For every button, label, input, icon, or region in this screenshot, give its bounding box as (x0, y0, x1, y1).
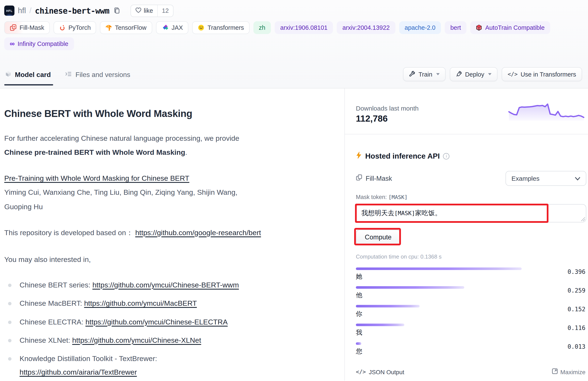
result-row: 0.152 你 (356, 304, 586, 322)
fill-mask-icon (10, 24, 17, 31)
page: HFL hfl / chinese-bert-wwm like 12 (0, 0, 588, 381)
result-token: 他 (356, 291, 362, 299)
result-score: 0.259 (567, 287, 586, 294)
content: Chinese BERT with Whole Word Masking For… (0, 88, 588, 381)
tag-transformers[interactable]: Transformers (192, 21, 249, 34)
list-item: Chinese ELECTRA: https://github.com/ymcu… (4, 315, 261, 329)
tabs-row: Model card Files and versions Train (4, 63, 588, 85)
paper-link[interactable]: Pre-Training with Whole Word Masking for… (4, 174, 189, 183)
computation-time: Computation time on cpu: 0.1368 s (356, 254, 586, 260)
result-bar-fill (356, 286, 464, 289)
tag-jax[interactable]: JAX (156, 21, 188, 34)
model-card-body: Chinese BERT with Whole Word Masking For… (0, 88, 344, 381)
lightning-icon (356, 151, 362, 161)
tab-model-card[interactable]: Model card (5, 71, 51, 85)
result-token: 你 (356, 310, 362, 318)
inference-input[interactable]: 我想明天去[MASK]家吃饭。 (356, 204, 586, 222)
tag-autotrain-compatible[interactable]: AutoTrain Compatible (470, 21, 550, 34)
inference-input-wrap: 我想明天去[MASK]家吃饭。 (356, 204, 586, 222)
result-token: 她 (356, 273, 362, 281)
copy-icon[interactable] (113, 7, 120, 14)
repo-link[interactable]: https://github.com/google-research/bert (135, 229, 261, 237)
result-bar-fill (356, 267, 522, 270)
jax-icon (161, 24, 168, 31)
side-panel: Downloads last month 112,786 (344, 88, 588, 381)
tag-arxiv-2004[interactable]: arxiv:2004.13922 (337, 21, 395, 34)
chevron-down-icon (575, 175, 580, 182)
result-bar-fill (356, 305, 420, 307)
tag-zh[interactable]: zh (253, 21, 271, 34)
electra-link[interactable]: https://github.com/ymcui/Chinese-ELECTRA (85, 318, 228, 326)
tag-pytorch[interactable]: PyTorch (54, 21, 96, 34)
like-count[interactable]: 12 (157, 5, 173, 16)
downloads-label: Downloads last month (356, 105, 419, 112)
org-avatar[interactable]: HFL (4, 5, 15, 16)
resize-handle[interactable] (581, 217, 585, 221)
panel-footer: </> JSON Output Maximize (356, 368, 586, 376)
train-button[interactable]: Train (403, 67, 445, 81)
tag-infinity-compatible[interactable]: ∞ Infinity Compatible (4, 37, 74, 50)
result-score: 0.396 (567, 268, 586, 275)
code-icon: </> (508, 71, 518, 77)
tab-files-and-versions[interactable]: Files and versions (65, 71, 130, 85)
result-row: 0.116 我 (356, 322, 586, 341)
tensorflow-icon (106, 24, 112, 31)
list-item: Knowledge Distillation Toolkit - TextBre… (4, 352, 261, 380)
doc-title: Chinese BERT with Whole Word Masking (4, 108, 261, 120)
top-section: HFL hfl / chinese-bert-wwm like 12 (0, 0, 588, 88)
infinity-icon: ∞ (10, 40, 15, 47)
result-score: 0.152 (567, 306, 586, 313)
maximize-button[interactable]: Maximize (552, 368, 586, 376)
mask-task-icon (356, 174, 362, 182)
tag-fill-mask[interactable]: Fill-Mask (4, 21, 50, 34)
result-row: 0.259 他 (356, 285, 586, 304)
textbrewer-link[interactable]: https://github.com/airaria/TextBrewer (20, 368, 137, 377)
task-label: Fill-Mask (366, 174, 392, 182)
also-list: Chinese BERT series: https://github.com/… (4, 278, 261, 380)
downloads-block: Downloads last month 112,786 (345, 88, 588, 134)
like-button[interactable]: like 12 (130, 4, 173, 17)
examples-dropdown[interactable]: Examples (505, 171, 586, 186)
doc-intro: For further accelerating Chinese natural… (4, 131, 261, 160)
cube-icon (5, 71, 11, 79)
inference-title: Hosted inference API (365, 152, 440, 161)
compute-wrap: Compute (356, 230, 400, 245)
macbert-link[interactable]: https://github.com/ymcui/MacBERT (84, 299, 197, 308)
heart-icon (135, 7, 142, 14)
owner-link[interactable]: hfl (18, 6, 26, 15)
autotrain-icon (476, 24, 482, 31)
transformers-icon (198, 24, 205, 31)
doc-repo: This repository is developed based on： h… (4, 226, 261, 240)
result-token: 我 (356, 329, 362, 337)
tag-tensorflow[interactable]: TensorFlow (100, 21, 152, 34)
doc-authors: Yiming Cui, Wanxiang Che, Ting Liu, Bing… (4, 189, 237, 211)
downloads-sparkline (508, 102, 586, 122)
tag-rows: Fill-Mask PyTorch TensorFlow (4, 21, 588, 50)
mask-token-label: Mask token: [MASK] (356, 194, 586, 200)
result-score: 0.013 (567, 343, 586, 350)
like-label: like (144, 7, 153, 14)
results-list: 0.396 她 0.259 他 0.152 你 (356, 266, 586, 360)
use-in-transformers-button[interactable]: </> Use in Transformers (502, 67, 582, 81)
code-icon: </> (356, 369, 366, 375)
model-header: HFL hfl / chinese-bert-wwm like 12 (4, 3, 588, 18)
compute-button[interactable]: Compute (356, 230, 400, 245)
rocket-icon (456, 70, 462, 78)
files-list-icon (65, 71, 72, 79)
downloads-value: 112,786 (356, 114, 419, 124)
tag-license-apache[interactable]: apache-2.0 (399, 21, 441, 34)
tag-arxiv-1906[interactable]: arxiv:1906.08101 (275, 21, 333, 34)
inference-widget: Hosted inference API i Fill-Mask Example… (345, 134, 588, 376)
list-item: Chinese BERT series: https://github.com/… (4, 278, 261, 292)
list-item: Chinese MacBERT: https://github.com/ymcu… (4, 297, 261, 311)
tag-bert[interactable]: bert (445, 21, 466, 34)
json-output-toggle[interactable]: </> JSON Output (356, 368, 404, 375)
doc-also-intro: You may also interested in, (4, 253, 261, 267)
result-bar-fill (356, 324, 404, 326)
xlnet-link[interactable]: https://github.com/ymcui/Chinese-XLNet (72, 336, 201, 344)
chinese-bert-wwm-link[interactable]: https://github.com/ymcui/Chinese-BERT-ww… (92, 281, 239, 289)
maximize-icon (552, 368, 558, 376)
result-row: 0.013 您 (356, 341, 586, 360)
deploy-button[interactable]: Deploy (450, 67, 497, 81)
info-icon[interactable]: i (443, 153, 450, 159)
